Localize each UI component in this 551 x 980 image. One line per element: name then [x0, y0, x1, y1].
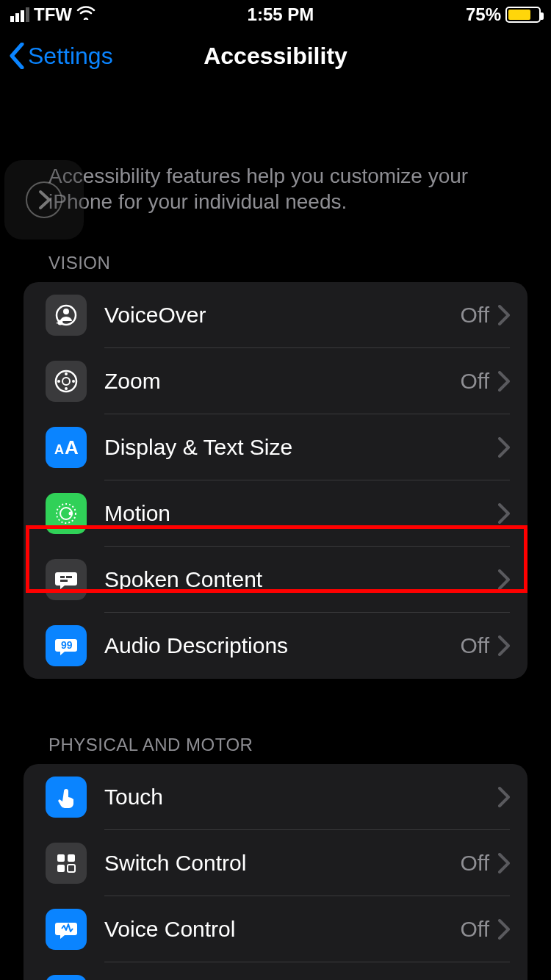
status-time: 1:55 PM — [248, 4, 314, 25]
svg-rect-19 — [57, 854, 65, 862]
row-value: Off — [461, 633, 489, 658]
row-label: Audio Descriptions — [104, 633, 288, 658]
chevron-right-icon — [498, 437, 510, 458]
status-bar: TFW 1:55 PM 75% — [0, 0, 551, 29]
voice-control-icon — [46, 909, 87, 950]
chevron-right-icon — [498, 787, 510, 807]
row-touch[interactable]: Touch — [24, 764, 527, 830]
group-physical: Touch Switch Control Off Voice Control O… — [24, 764, 527, 980]
section-header-physical: PHYSICAL AND MOTOR — [0, 726, 551, 764]
signal-icon — [10, 7, 29, 22]
row-label: Motion — [104, 501, 170, 526]
row-motion[interactable]: Motion — [24, 480, 527, 547]
svg-text:A: A — [65, 436, 79, 458]
svg-point-12 — [57, 504, 76, 523]
voiceover-icon — [46, 295, 87, 336]
row-value: Off — [461, 851, 489, 876]
svg-point-5 — [62, 378, 70, 385]
svg-point-2 — [63, 309, 69, 314]
svg-text:A: A — [54, 442, 64, 457]
chevron-right-icon — [26, 181, 62, 218]
row-label: Spoken Content — [104, 567, 262, 592]
chevron-right-icon — [498, 305, 510, 325]
row-zoom[interactable]: Zoom Off — [24, 348, 527, 414]
row-value: Off — [461, 369, 489, 394]
row-value: Off — [461, 303, 489, 328]
carrier-label: TFW — [34, 4, 72, 25]
svg-rect-16 — [66, 576, 72, 578]
spoken-content-icon — [46, 559, 87, 600]
group-vision: VoiceOver Off Zoom Off AA Display & Text… — [24, 282, 527, 679]
row-label: Switch Control — [104, 851, 246, 876]
row-home-button[interactable]: Home Button — [24, 962, 527, 980]
svg-point-0 — [26, 182, 62, 217]
row-spoken-content[interactable]: Spoken Content — [24, 547, 527, 613]
chevron-right-icon — [498, 569, 510, 590]
row-switch-control[interactable]: Switch Control Off — [24, 830, 527, 896]
svg-rect-20 — [68, 854, 75, 862]
zoom-icon — [46, 361, 87, 402]
chevron-right-icon — [498, 371, 510, 392]
audio-descriptions-icon: 99 — [46, 625, 87, 666]
svg-point-7 — [65, 387, 68, 390]
row-display-text-size[interactable]: AA Display & Text Size — [24, 414, 527, 480]
chevron-right-icon — [498, 919, 510, 940]
page-title: Accessibility — [204, 43, 347, 70]
switch-control-icon — [46, 843, 87, 884]
battery-icon — [505, 7, 541, 23]
row-label: VoiceOver — [104, 303, 206, 328]
touch-icon — [46, 777, 87, 818]
svg-rect-21 — [57, 865, 65, 872]
svg-rect-22 — [68, 865, 75, 872]
text-size-icon: AA — [46, 427, 87, 468]
nav-bar: Settings Accessibility — [0, 29, 551, 82]
chevron-right-icon — [498, 635, 510, 656]
svg-point-3 — [58, 320, 63, 325]
home-button-icon — [46, 975, 87, 980]
svg-rect-17 — [60, 580, 68, 582]
back-button[interactable]: Settings — [9, 43, 113, 70]
row-label: Zoom — [104, 369, 161, 394]
svg-point-8 — [57, 380, 60, 383]
row-label: Touch — [104, 785, 163, 810]
svg-point-9 — [72, 380, 75, 383]
status-left: TFW — [10, 4, 96, 25]
assistive-touch-button[interactable] — [4, 160, 84, 239]
chevron-right-icon — [498, 503, 510, 524]
status-right: 75% — [466, 4, 541, 25]
row-value: Off — [461, 917, 489, 942]
section-header-vision: VISION — [0, 244, 551, 282]
back-label: Settings — [28, 43, 113, 70]
row-voiceover[interactable]: VoiceOver Off — [24, 282, 527, 348]
row-label: Display & Text Size — [104, 435, 292, 460]
row-audio-descriptions[interactable]: 99 Audio Descriptions Off — [24, 613, 527, 679]
svg-text:99: 99 — [61, 639, 73, 651]
chevron-right-icon — [498, 853, 510, 873]
row-voice-control[interactable]: Voice Control Off — [24, 896, 527, 962]
svg-point-14 — [69, 512, 73, 516]
wifi-icon — [76, 5, 96, 24]
battery-percent: 75% — [466, 4, 501, 25]
row-label: Voice Control — [104, 917, 235, 942]
chevron-left-icon — [9, 43, 25, 69]
motion-icon — [46, 493, 87, 534]
svg-rect-15 — [60, 576, 65, 578]
svg-point-6 — [65, 372, 68, 375]
